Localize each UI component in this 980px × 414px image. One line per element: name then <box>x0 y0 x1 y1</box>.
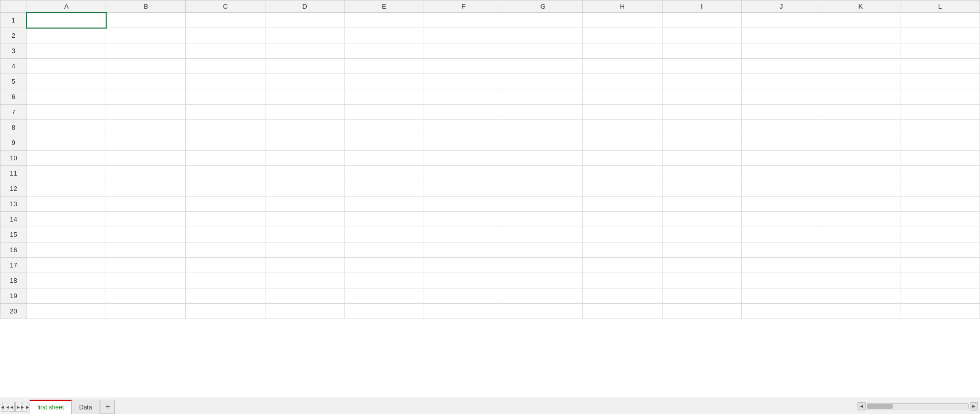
table-cell[interactable] <box>583 151 663 166</box>
table-cell[interactable] <box>900 197 980 212</box>
col-header-j[interactable]: J <box>742 1 821 13</box>
table-cell[interactable] <box>345 13 424 28</box>
table-cell[interactable] <box>583 13 663 28</box>
table-cell[interactable] <box>186 89 265 105</box>
col-header-d[interactable]: D <box>265 1 345 13</box>
table-cell[interactable] <box>821 181 900 197</box>
row-header-10[interactable]: 10 <box>1 151 27 166</box>
row-header-9[interactable]: 9 <box>1 135 27 151</box>
table-cell[interactable] <box>742 288 821 304</box>
table-cell[interactable] <box>900 212 980 227</box>
table-cell[interactable] <box>821 28 900 43</box>
row-header-20[interactable]: 20 <box>1 304 27 319</box>
table-cell[interactable] <box>424 74 503 89</box>
table-cell[interactable] <box>821 258 900 273</box>
table-cell[interactable] <box>662 74 742 89</box>
table-cell[interactable] <box>583 43 663 59</box>
table-cell[interactable] <box>27 59 106 74</box>
table-cell[interactable] <box>265 151 345 166</box>
table-cell[interactable] <box>583 227 663 242</box>
table-cell[interactable] <box>742 166 821 181</box>
sheet-tab-data[interactable]: Data <box>71 400 100 414</box>
table-cell[interactable] <box>742 151 821 166</box>
table-cell[interactable] <box>583 28 663 43</box>
table-cell[interactable] <box>106 273 186 288</box>
table-cell[interactable] <box>662 197 742 212</box>
table-cell[interactable] <box>583 304 663 319</box>
table-cell[interactable] <box>900 166 980 181</box>
table-cell[interactable] <box>106 212 186 227</box>
table-cell[interactable] <box>662 181 742 197</box>
table-cell[interactable] <box>27 74 106 89</box>
row-header-17[interactable]: 17 <box>1 258 27 273</box>
row-header-12[interactable]: 12 <box>1 181 27 197</box>
table-cell[interactable] <box>106 288 186 304</box>
table-cell[interactable] <box>583 74 663 89</box>
table-cell[interactable] <box>583 181 663 197</box>
table-cell[interactable] <box>106 242 186 258</box>
table-cell[interactable] <box>345 227 424 242</box>
sheet-tab-first-sheet[interactable]: first sheet <box>30 400 71 414</box>
table-cell[interactable] <box>742 304 821 319</box>
table-cell[interactable] <box>106 74 186 89</box>
table-cell[interactable] <box>742 105 821 120</box>
table-cell[interactable] <box>265 135 345 151</box>
table-cell[interactable] <box>503 28 583 43</box>
table-cell[interactable] <box>186 181 265 197</box>
table-cell[interactable] <box>742 28 821 43</box>
table-cell[interactable] <box>106 166 186 181</box>
table-cell[interactable] <box>821 273 900 288</box>
table-cell[interactable] <box>106 181 186 197</box>
table-cell[interactable] <box>186 43 265 59</box>
table-cell[interactable] <box>265 105 345 120</box>
table-cell[interactable] <box>821 135 900 151</box>
table-cell[interactable] <box>424 181 503 197</box>
row-header-16[interactable]: 16 <box>1 242 27 258</box>
row-header-8[interactable]: 8 <box>1 120 27 135</box>
table-cell[interactable] <box>345 59 424 74</box>
hscroll-thumb[interactable] <box>867 404 893 409</box>
table-cell[interactable] <box>662 120 742 135</box>
table-cell[interactable] <box>186 227 265 242</box>
table-cell[interactable] <box>424 273 503 288</box>
table-cell[interactable] <box>742 227 821 242</box>
table-cell[interactable] <box>186 166 265 181</box>
table-cell[interactable] <box>503 181 583 197</box>
table-cell[interactable] <box>106 304 186 319</box>
table-cell[interactable] <box>106 59 186 74</box>
table-cell[interactable] <box>424 151 503 166</box>
table-cell[interactable] <box>27 89 106 105</box>
table-cell[interactable] <box>265 28 345 43</box>
table-cell[interactable] <box>27 258 106 273</box>
table-cell[interactable] <box>106 105 186 120</box>
row-header-15[interactable]: 15 <box>1 227 27 242</box>
table-cell[interactable] <box>662 242 742 258</box>
table-cell[interactable] <box>424 59 503 74</box>
table-cell[interactable] <box>265 258 345 273</box>
table-cell[interactable] <box>186 135 265 151</box>
table-cell[interactable] <box>345 74 424 89</box>
table-cell[interactable] <box>662 89 742 105</box>
table-cell[interactable] <box>821 227 900 242</box>
table-cell[interactable] <box>424 227 503 242</box>
table-cell[interactable] <box>821 242 900 258</box>
table-cell[interactable] <box>583 166 663 181</box>
table-cell[interactable] <box>742 258 821 273</box>
table-cell[interactable] <box>503 13 583 28</box>
table-cell[interactable] <box>662 135 742 151</box>
table-cell[interactable] <box>27 197 106 212</box>
table-cell[interactable] <box>27 227 106 242</box>
table-cell[interactable] <box>821 105 900 120</box>
add-sheet-button[interactable]: + <box>101 400 115 414</box>
table-cell[interactable] <box>821 120 900 135</box>
row-header-19[interactable]: 19 <box>1 288 27 304</box>
table-cell[interactable] <box>27 120 106 135</box>
table-cell[interactable] <box>424 288 503 304</box>
table-cell[interactable] <box>900 304 980 319</box>
table-cell[interactable] <box>503 105 583 120</box>
table-cell[interactable] <box>742 89 821 105</box>
table-cell[interactable] <box>662 227 742 242</box>
table-cell[interactable] <box>265 13 345 28</box>
table-cell[interactable] <box>345 166 424 181</box>
table-cell[interactable] <box>583 197 663 212</box>
